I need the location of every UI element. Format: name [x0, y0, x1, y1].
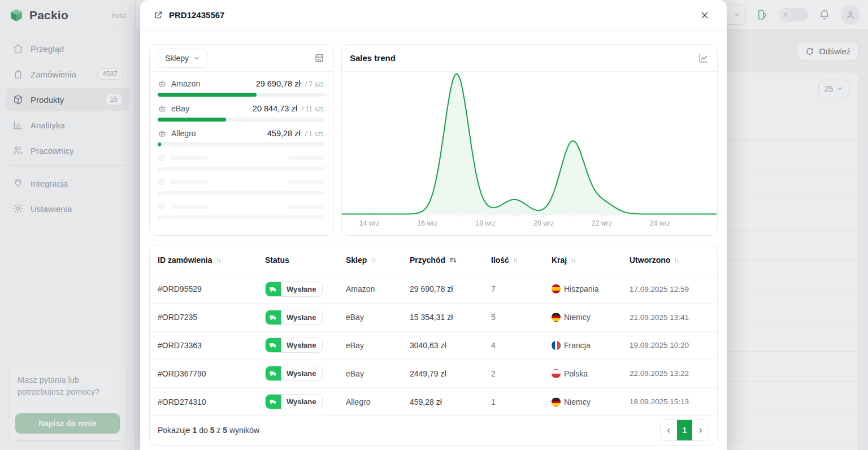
results-summary: Pokazuje 1 do 5 z 5 wyników	[158, 426, 259, 435]
shop-progress-track	[158, 93, 325, 97]
shop-name: Allegro	[171, 129, 263, 138]
order-country: Polska	[544, 369, 622, 378]
status-label: Wysłane	[281, 285, 322, 293]
orders-table-header: ID zamówienia↑↓StatusSklep↑↓PrzychódIloś…	[150, 245, 717, 275]
pagination: 1	[660, 419, 709, 441]
product-link[interactable]: PRD12435567	[154, 10, 224, 20]
shop-revenue: 29 690,78 zł	[256, 79, 301, 88]
sort-arrows-icon: ↑↓	[674, 256, 678, 264]
order-created: 21.09.2025 13:41	[622, 313, 717, 322]
flag-pl-icon	[552, 369, 561, 378]
shop-progress-fill	[158, 142, 161, 146]
chevron-left-icon	[665, 427, 672, 434]
shops-filter-dropdown[interactable]: Sklepy	[158, 49, 207, 68]
shop-progress-fill	[158, 118, 226, 122]
country-name: Francja	[564, 341, 591, 350]
column-header-przychod[interactable]: Przychód	[402, 256, 483, 265]
order-status: Wysłane	[257, 282, 338, 297]
order-status: Wysłane	[257, 310, 338, 325]
product-details-modal: PRD12435567 Sklepy Amazon29 690,78 zł / …	[140, 0, 727, 450]
country-name: Hiszpania	[564, 284, 598, 293]
order-row-ord7235[interactable]: #ORD7235WysłaneeBay15 354,31 zł5Niemcy21…	[150, 304, 717, 332]
orders-table-footer: Pokazuje 1 do 5 z 5 wyników 1	[150, 416, 717, 445]
svg-text:18 wrz: 18 wrz	[475, 219, 496, 227]
order-row-ord274310[interactable]: #ORD274310WysłaneAllegro459,28 zł1Niemcy…	[150, 388, 717, 416]
shop-row-skeleton	[158, 154, 325, 171]
storefront-icon	[314, 53, 325, 64]
order-quantity: 7	[483, 284, 544, 293]
order-created: 22.09.2025 13:22	[622, 369, 717, 378]
current-page-button[interactable]: 1	[677, 420, 692, 440]
column-label: Sklep	[346, 256, 367, 265]
order-shop: eBay	[338, 369, 402, 378]
product-id-title: PRD12435567	[169, 10, 224, 20]
order-revenue: 15 354,31 zł	[402, 313, 483, 322]
order-country: Niemcy	[544, 397, 622, 406]
order-shop: Amazon	[338, 284, 402, 293]
chevron-right-icon	[697, 427, 704, 434]
external-link-icon	[154, 10, 163, 20]
modal-body: Sklepy Amazon29 690,78 zł / 7 szt.eBay20…	[140, 31, 727, 450]
basket-icon	[158, 104, 167, 113]
order-created: 17.09.2025 12:59	[622, 285, 717, 293]
column-header-ilos-[interactable]: Ilość↑↓	[483, 256, 544, 265]
column-header-kraj[interactable]: Kraj↑↓	[544, 256, 622, 265]
truck-icon	[266, 366, 281, 380]
country-name: Polska	[564, 369, 588, 378]
column-header-utworzono[interactable]: Utworzono↑↓	[622, 256, 717, 265]
order-shop: Allegro	[338, 397, 402, 406]
flag-de-icon	[552, 313, 561, 322]
column-label: Przychód	[410, 256, 445, 265]
order-row-ord95529[interactable]: #ORD95529WysłaneAmazon29 690,78 zł7Hiszp…	[150, 275, 717, 304]
prev-page-button[interactable]	[661, 420, 677, 440]
order-row-ord367790[interactable]: #ORD367790WysłaneeBay2449,79 zł2Polska22…	[150, 360, 717, 388]
column-label: Utworzono	[630, 256, 670, 265]
order-revenue: 29 690,78 zł	[402, 284, 483, 293]
column-header-id-zamowienia[interactable]: ID zamówienia↑↓	[150, 256, 257, 265]
order-shop: eBay	[338, 341, 402, 350]
flag-es-icon	[552, 284, 561, 293]
shop-row-allegro: Allegro459,28 zł / 1 szt.	[158, 129, 325, 146]
order-quantity: 4	[483, 341, 544, 350]
orders-table-body: #ORD95529WysłaneAmazon29 690,78 zł7Hiszp…	[150, 275, 717, 416]
order-id: #ORD95529	[150, 284, 257, 293]
sort-arrows-icon: ↑↓	[513, 256, 517, 264]
status-badge: Wysłane	[265, 282, 323, 297]
truck-icon	[266, 395, 281, 409]
order-status: Wysłane	[257, 366, 338, 381]
close-icon	[700, 11, 709, 20]
basket-icon	[158, 79, 167, 88]
order-quantity: 5	[483, 313, 544, 322]
order-revenue: 459,28 zł	[402, 397, 483, 406]
svg-text:20 wrz: 20 wrz	[533, 219, 554, 227]
order-id: #ORD7235	[150, 313, 257, 322]
basket-icon	[158, 129, 167, 138]
country-name: Niemcy	[564, 313, 591, 322]
shop-name: eBay	[171, 104, 248, 113]
column-header-sklep[interactable]: Sklep↑↓	[338, 256, 402, 265]
shop-progress-track	[158, 118, 325, 122]
order-quantity: 2	[483, 369, 544, 378]
order-quantity: 1	[483, 397, 544, 406]
order-row-ord73363[interactable]: #ORD73363WysłaneeBay3040,63 zł4Francja19…	[150, 332, 717, 360]
column-label: Status	[265, 256, 289, 265]
order-country: Francja	[544, 341, 622, 350]
sales-trend-panel: Sales trend 14 wrz16 wrz18 wrz20 wrz22 w…	[341, 44, 718, 236]
truck-icon	[266, 310, 281, 324]
status-label: Wysłane	[281, 369, 322, 378]
shop-row-skeleton	[158, 178, 325, 195]
order-id: #ORD73363	[150, 341, 257, 350]
close-button[interactable]	[696, 7, 713, 24]
shop-row-skeleton	[158, 202, 325, 219]
shops-panel: Sklepy Amazon29 690,78 zł / 7 szt.eBay20…	[149, 44, 333, 236]
order-revenue: 2449,79 zł	[402, 369, 483, 378]
shop-name: Amazon	[171, 79, 251, 88]
status-badge: Wysłane	[265, 310, 323, 325]
status-badge: Wysłane	[265, 366, 323, 381]
order-id: #ORD274310	[150, 397, 257, 406]
sort-arrows-icon: ↑↓	[215, 256, 220, 264]
column-label: Ilość	[491, 256, 509, 265]
order-status: Wysłane	[257, 337, 338, 353]
next-page-button[interactable]	[692, 420, 709, 440]
shop-progress-fill	[158, 93, 257, 97]
